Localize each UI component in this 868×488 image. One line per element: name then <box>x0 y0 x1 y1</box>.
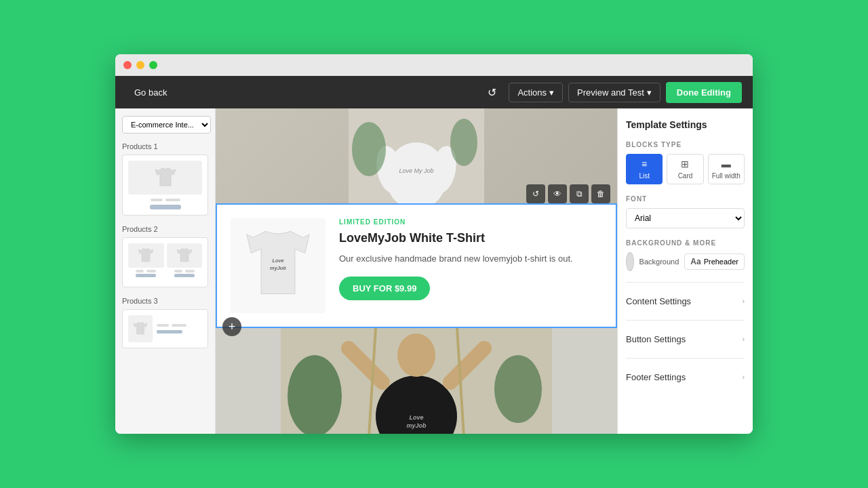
product-2-img-1 <box>128 243 164 268</box>
font-label: FONT <box>626 195 745 203</box>
hero-person-svg: Love My Job <box>349 108 484 203</box>
sidebar-dropdown[interactable]: E-commerce Inte... <box>122 116 211 134</box>
block-actions: ↺ 👁 ⧉ 🗑 <box>526 184 610 203</box>
list-icon: ≡ <box>642 159 647 169</box>
product-card-3[interactable] <box>122 309 208 348</box>
canvas-area: Love My Job ↺ 👁 ⧉ <box>216 108 617 434</box>
svg-text:Love: Love <box>272 258 283 264</box>
block-action-rotate[interactable]: ↺ <box>526 184 545 203</box>
actions-button[interactable]: Actions ▾ <box>509 83 563 102</box>
product-title: LoveMyJob White T-Shirt <box>339 231 602 245</box>
tshirt-icon-2a <box>138 247 153 264</box>
font-select[interactable]: Arial <box>626 208 745 228</box>
title-bar <box>115 54 753 76</box>
svg-text:Love My Job: Love My Job <box>399 167 433 174</box>
chevron-icon-1: › <box>743 298 745 305</box>
product-card-2[interactable] <box>122 237 208 287</box>
block-type-fullwidth-label: Full width <box>712 172 741 180</box>
tshirt-icon-3 <box>134 321 147 337</box>
divider-3 <box>626 358 745 359</box>
bottom-image-svg: Love myJob <box>216 328 617 434</box>
block-action-delete[interactable]: 🗑 <box>591 184 610 203</box>
button-settings-link[interactable]: Button Settings › <box>626 329 745 350</box>
svg-text:myJob: myJob <box>270 265 286 271</box>
product-card-1[interactable] <box>122 155 208 216</box>
font-section: FONT Arial <box>626 195 745 228</box>
product-1-image <box>128 161 202 195</box>
product-2-lines-1 <box>128 270 164 277</box>
fullwidth-icon: ▬ <box>722 159 731 169</box>
product-3-row <box>128 315 202 342</box>
product-description: Our exclusive handmade brand new lovemyj… <box>339 252 602 266</box>
dot-yellow <box>136 61 144 69</box>
toolbar: Go back ↺ Actions ▾ Preview and Test ▾ D… <box>115 76 753 108</box>
sidebar-search-row: E-commerce Inte... 🔍 <box>122 115 208 134</box>
block-type-card-label: Card <box>678 172 693 180</box>
divider-1 <box>626 282 745 283</box>
blocks-type-label: BLOCKS TYPE <box>626 141 745 148</box>
go-back-button[interactable]: Go back <box>126 83 175 102</box>
blocks-type-row: ≡ List ⊞ Card ▬ Full width <box>626 154 745 184</box>
background-swatch[interactable] <box>626 252 634 271</box>
product-2-img-2 <box>167 243 203 268</box>
add-block-button[interactable]: + <box>222 317 241 336</box>
product-block: ↺ 👁 ⧉ 🗑 + <box>216 203 617 328</box>
product-cta-button[interactable]: BUY FOR $9.99 <box>339 277 430 300</box>
block-action-eye[interactable]: 👁 <box>548 184 567 203</box>
product-group-2-label: Products 2 <box>122 225 208 233</box>
preview-button[interactable]: Preview and Test ▾ <box>568 83 660 102</box>
right-panel: Template Settings BLOCKS TYPE ≡ List ⊞ C… <box>617 108 753 434</box>
product-image-col: Love myJob <box>231 218 326 313</box>
preheader-button[interactable]: Aa Preheader <box>684 253 745 270</box>
svg-point-20 <box>288 355 342 434</box>
product-group-3-label: Products 3 <box>122 297 208 305</box>
panel-title: Template Settings <box>626 119 745 130</box>
product-shirt-svg: Love myJob <box>241 225 315 306</box>
product-2-item-2 <box>167 243 203 277</box>
block-type-fullwidth-button[interactable]: ▬ Full width <box>708 154 745 184</box>
left-sidebar: E-commerce Inte... 🔍 Products 1 <box>115 108 216 434</box>
product-info-col: LIMITED EDITION LoveMyJob White T-Shirt … <box>339 218 602 300</box>
footer-settings-link[interactable]: Footer Settings › <box>626 367 745 388</box>
canvas-inner: Love My Job ↺ 👁 ⧉ <box>216 108 617 434</box>
app-body: Go back ↺ Actions ▾ Preview and Test ▾ D… <box>115 76 753 434</box>
svg-point-21 <box>494 355 542 423</box>
product-group-3: Products 3 <box>122 297 208 348</box>
product-2-grid <box>128 243 202 277</box>
background-label: BACKGROUND & MORE <box>626 239 745 247</box>
product-1-lines <box>128 199 202 209</box>
background-section: BACKGROUND & MORE Background Aa Preheade… <box>626 239 745 271</box>
main-content: E-commerce Inte... 🔍 Products 1 <box>115 108 753 434</box>
background-btn-label: Background <box>639 258 679 266</box>
block-type-list-label: List <box>639 172 650 180</box>
dot-green-window <box>149 61 157 69</box>
background-row: Background Aa Preheader <box>626 252 745 271</box>
product-3-lines <box>157 324 202 333</box>
product-2-lines-2 <box>167 270 203 277</box>
browser-window: Go back ↺ Actions ▾ Preview and Test ▾ D… <box>115 54 753 434</box>
chevron-icon-2: › <box>743 336 745 343</box>
dot-red <box>123 61 132 69</box>
card-icon: ⊞ <box>681 159 689 169</box>
product-2-item-1 <box>128 243 164 277</box>
svg-point-6 <box>450 119 477 166</box>
preheader-aa-icon: Aa <box>690 257 701 266</box>
block-type-card-button[interactable]: ⊞ Card <box>667 154 703 184</box>
block-action-duplicate[interactable]: ⧉ <box>570 184 589 203</box>
preheader-label: Preheader <box>704 258 738 266</box>
tshirt-icon-2b <box>177 247 192 264</box>
product-group-1-label: Products 1 <box>122 142 208 150</box>
content-settings-link[interactable]: Content Settings › <box>626 291 745 312</box>
svg-text:myJob: myJob <box>406 422 427 429</box>
product-group-2: Products 2 <box>122 225 208 287</box>
tshirt-icon-1 <box>155 167 176 188</box>
product-badge: LIMITED EDITION <box>339 218 602 226</box>
chevron-icon-3: › <box>743 373 745 381</box>
svg-point-5 <box>352 122 386 176</box>
done-editing-button[interactable]: Done Editing <box>666 82 742 103</box>
block-type-list-button[interactable]: ≡ List <box>626 154 663 184</box>
svg-point-15 <box>397 333 435 377</box>
product-group-1: Products 1 <box>122 142 208 216</box>
svg-text:Love: Love <box>409 414 423 421</box>
history-button[interactable]: ↺ <box>481 82 503 103</box>
